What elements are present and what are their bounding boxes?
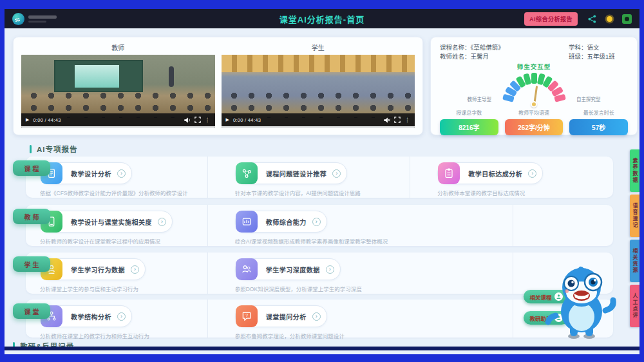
chain-icon [236, 162, 258, 184]
share-icon[interactable] [587, 14, 597, 24]
play-icon[interactable]: ▶ [26, 117, 29, 122]
tag-teacher: 教师 [13, 209, 50, 224]
class-name: 班级：五年级1班 [569, 52, 628, 61]
card-info-icon[interactable] [528, 169, 536, 178]
gauge-left-label: 教师主导型 [468, 95, 492, 106]
subject: 学科：语文 [569, 43, 628, 52]
people-icon [236, 258, 258, 280]
card-question-chain-recommendation[interactable]: 课程问题链设计推荐 [235, 162, 348, 184]
report-row-teacher: 教学设计与课堂实施相关度 分析教师的教学设计在课堂教学过程中的应用情况 教师综合… [26, 205, 613, 246]
fullscreen-icon[interactable] [394, 117, 401, 123]
course-info-panel: 课程名称：《草船借箭》 学科：语文 教师姓名：王馨月 班级：五年级1班 师生交互… [430, 37, 638, 135]
video-time: 0:00 / 44:43 [33, 117, 61, 123]
report-row-student: 学生学习行为数据 分析课堂上学生的参与度和主动学习行为 学生学习深度数据 参照D… [26, 252, 613, 294]
stat-total-words: 授课总字数 8216字 [440, 109, 498, 135]
card-info-icon[interactable] [158, 218, 166, 226]
card-teaching-structure-analysis[interactable]: 教学结构分析 [40, 305, 132, 327]
interaction-gauge [495, 71, 573, 106]
card-info-icon[interactable] [312, 312, 321, 321]
card-info-icon[interactable] [117, 169, 126, 178]
stat-speech-rate: 教师平均语速 262字/分钟 [505, 109, 564, 135]
svg-text:?: ? [245, 313, 248, 318]
teacher-video-controls: ▶ 0:00 / 44:43 ⋮ [21, 113, 215, 126]
ai-report-button[interactable]: AI综合分析报告 [524, 12, 578, 26]
header-bar: 课堂AI分析报告-首页 AI综合分析报告 [5, 9, 639, 28]
card-info-icon[interactable] [131, 265, 139, 274]
play-icon[interactable]: ▶ [226, 117, 229, 122]
teacher-name: 教师姓名：王馨月 [440, 52, 489, 61]
clipboard-icon [438, 162, 460, 184]
mascot-assistant[interactable] [544, 265, 620, 340]
gauge-title: 师生交互型 [440, 62, 628, 71]
video-progress-bar[interactable] [222, 126, 415, 128]
main-content: 教师 ▶ 0:00 / 44:43 ⋮ 学生 [5, 28, 639, 350]
volume-muted-icon[interactable] [383, 117, 390, 124]
sun-theme-icon[interactable] [607, 16, 612, 22]
card-classroom-questioning-analysis[interactable]: ? 课堂提问分析 [235, 305, 327, 327]
student-video-player[interactable]: ▶ 0:00 / 44:43 ⋮ [222, 55, 415, 128]
profile-card-icon [236, 211, 258, 233]
side-tab-resources[interactable]: 相关资源 [630, 240, 639, 282]
video-progress-bar[interactable] [21, 126, 215, 128]
side-tab-data[interactable]: 素养数据 [630, 149, 639, 192]
card-goal-achievement-analysis[interactable]: 教学目标达成分析 [437, 162, 543, 184]
stat-longest-speech: 最长发言时长 57秒 [569, 109, 628, 135]
gauge-right-label: 自主探究型 [576, 95, 601, 106]
fullscreen-icon[interactable] [194, 117, 201, 123]
teacher-video-player[interactable]: ▶ 0:00 / 44:43 ⋮ [21, 55, 215, 128]
footer-strip [5, 347, 639, 350]
report-row-course: 教学设计分析 依据《CFS教师教学设计能力评价量规》分析教师的教学设计 课程问题… [26, 157, 613, 198]
question-icon: ? [236, 305, 258, 327]
side-tab-review[interactable]: 人工点评 [630, 285, 639, 327]
tag-classroom: 课堂 [13, 303, 50, 319]
gauge-hub [531, 101, 537, 108]
card-student-learning-depth-data[interactable]: 学生学习深度数据 [235, 258, 341, 280]
video-panel: 教师 ▶ 0:00 / 44:43 ⋮ 学生 [13, 37, 423, 135]
teacher-video-label: 教师 [21, 41, 215, 55]
video-menu-icon[interactable]: ⋮ [404, 117, 410, 123]
card-teaching-design-analysis[interactable]: 教学设计分析 [40, 162, 132, 184]
card-student-behavior-data[interactable]: 学生学习行为数据 [40, 258, 146, 280]
volume-icon[interactable] [184, 117, 191, 124]
app-window: 课堂AI分析报告-首页 AI综合分析报告 教师 ▶ 0:00 / 44:43 [5, 9, 639, 354]
course-name: 课程名称：《草船借箭》 [440, 43, 504, 52]
screen-mode-icon[interactable] [622, 14, 632, 24]
tag-student: 学生 [13, 256, 50, 272]
stat-value-badge[interactable]: 8216字 [440, 119, 498, 135]
card-info-icon[interactable] [117, 312, 126, 321]
student-video-controls: ▶ 0:00 / 44:43 ⋮ [222, 113, 415, 126]
ai-reports-section-title: AI专项报告 [30, 144, 78, 154]
video-menu-icon[interactable]: ⋮ [205, 117, 211, 123]
side-tab-voice[interactable]: 语音速记 [630, 195, 639, 237]
video-time: 0:00 / 44:43 [233, 117, 261, 123]
stat-value-badge[interactable]: 57秒 [569, 119, 628, 135]
tag-course: 课程 [13, 160, 50, 176]
stat-value-badge[interactable]: 262字/分钟 [505, 119, 564, 135]
card-info-icon[interactable] [332, 169, 341, 178]
card-info-icon[interactable] [312, 218, 321, 226]
card-teacher-comprehensive-ability[interactable]: 教师综合能力 [235, 211, 327, 233]
student-video-label: 学生 [222, 41, 415, 55]
card-design-implementation-correlation[interactable]: 教学设计与课堂实施相关度 [40, 211, 173, 233]
card-info-icon[interactable] [326, 265, 334, 274]
